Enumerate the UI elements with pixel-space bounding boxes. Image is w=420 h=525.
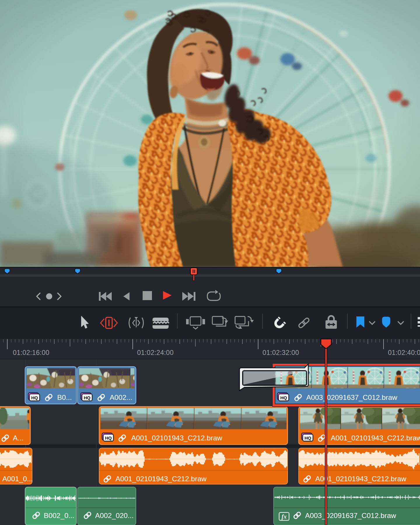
svg-text:A001_02101943_C212.braw: A001_02101943_C212.braw xyxy=(315,475,406,483)
svg-text:B0...: B0... xyxy=(57,393,72,401)
svg-text:fx: fx xyxy=(281,513,287,520)
svg-text:01:02:16:00: 01:02:16:00 xyxy=(13,349,49,356)
svg-text:A001_02101943_C212.braw: A001_02101943_C212.braw xyxy=(331,434,420,442)
svg-text:A002...: A002... xyxy=(110,393,132,401)
svg-text:A001_0...: A001_0... xyxy=(2,475,33,483)
svg-text:01:02:32:00: 01:02:32:00 xyxy=(262,349,299,356)
svg-text:A003_02091637_C012.braw: A003_02091637_C012.braw xyxy=(305,512,396,519)
svg-text:A001_02101943_C212.braw: A001_02101943_C212.braw xyxy=(131,434,222,442)
svg-text:B002_0...: B002_0... xyxy=(44,512,74,519)
svg-text:A002_020...: A002_020... xyxy=(95,512,134,519)
svg-text:A001_02101943_C212.braw: A001_02101943_C212.braw xyxy=(116,475,206,483)
svg-text:01:02:40:00: 01:02:40:00 xyxy=(388,349,420,356)
svg-text:01:02:24:00: 01:02:24:00 xyxy=(137,349,174,356)
svg-text:A...: A... xyxy=(13,434,24,442)
svg-text:A003_02091637_C012.braw: A003_02091637_C012.braw xyxy=(306,393,397,401)
